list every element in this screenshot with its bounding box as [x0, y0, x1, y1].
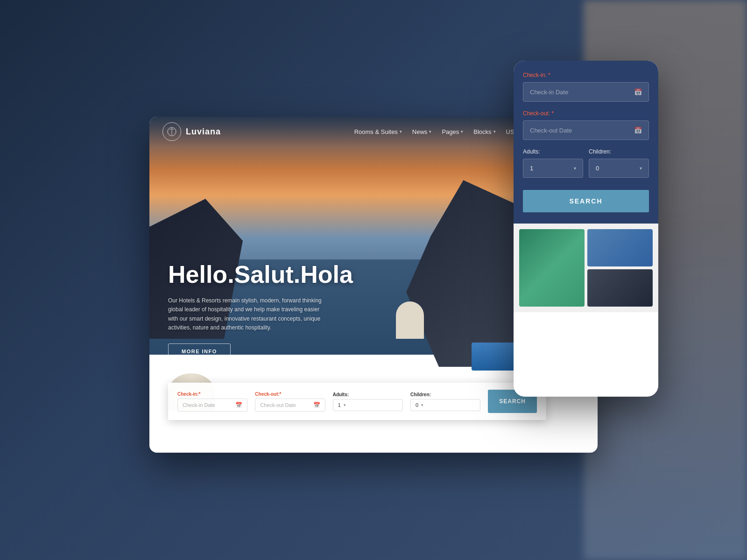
mobile-calendar-icon-1: 📅	[634, 88, 642, 96]
carousel-dot-3[interactable]	[185, 369, 190, 373]
mobile-checkin-input[interactable]: Check-in Date 📅	[523, 82, 649, 102]
hero-content: Hello.Salut.Hola Our Hotels & Resorts re…	[168, 261, 353, 359]
nav-blocks[interactable]: Blocks ▾	[470, 126, 499, 138]
mobile-checkout-label: Check-out: *	[523, 110, 649, 117]
mobile-image-dark	[587, 269, 653, 307]
children-chevron-icon: ▾	[421, 403, 423, 407]
mobile-children-chevron-icon: ▾	[640, 166, 642, 171]
children-label: Children:	[410, 392, 480, 397]
mobile-images-grid	[514, 224, 658, 312]
mobile-children-col: Children: 0 ▾	[589, 148, 649, 178]
logo[interactable]: Luviana	[162, 122, 221, 141]
mobile-checkout-input[interactable]: Check-out Date 📅	[523, 120, 649, 140]
nav-links: Rooms & Suites ▾ News ▾ Pages ▾ Blocks ▾…	[351, 126, 527, 138]
search-bar-desktop: Check-in:* Check-in Date 📅 Check-out:* C…	[168, 383, 546, 420]
mobile-mockup: Check-in: * Check-in Date 📅 Check-out: *…	[514, 61, 658, 397]
carousel-dot-1[interactable]	[168, 369, 173, 373]
mobile-adults-label: Adults:	[523, 148, 583, 155]
adults-field-group: Adults: 1 ▾	[333, 392, 403, 411]
chevron-down-icon: ▾	[429, 129, 431, 134]
arch-building	[396, 301, 424, 339]
checkout-field-group: Check-out:* Check-out Date 📅	[255, 392, 325, 412]
children-field-group: Children: 0 ▾	[410, 392, 480, 411]
hero-title: Hello.Salut.Hola	[168, 261, 353, 288]
checkin-field-group: Check-in:* Check-in Date 📅	[177, 392, 247, 412]
logo-circle	[162, 122, 181, 141]
checkout-placeholder: Check-out Date	[260, 402, 310, 408]
nav-news[interactable]: News ▾	[409, 126, 436, 138]
carousel-dot-5[interactable]	[202, 369, 206, 373]
mobile-checkin-placeholder: Check-in Date	[530, 89, 568, 96]
carousel-dots	[168, 369, 206, 373]
mobile-children-select[interactable]: 0 ▾	[589, 159, 649, 178]
mobile-children-label: Children:	[589, 148, 649, 155]
nav-pages[interactable]: Pages ▾	[438, 126, 467, 138]
adults-value: 1	[338, 402, 341, 408]
mobile-image-aerial	[587, 229, 653, 266]
calendar-icon-2: 📅	[313, 402, 320, 408]
carousel-dot-4[interactable]	[193, 369, 198, 373]
mobile-image-pool	[519, 229, 585, 307]
children-value: 0	[416, 402, 418, 408]
mobile-adults-chevron-icon: ▾	[574, 166, 576, 171]
calendar-icon: 📅	[235, 402, 242, 408]
checkout-label: Check-out:*	[255, 392, 325, 397]
nav-rooms-suites[interactable]: Rooms & Suites ▾	[351, 126, 406, 138]
checkin-label: Check-in:*	[177, 392, 247, 397]
mobile-calendar-icon-2: 📅	[634, 126, 642, 134]
mobile-adults-col: Adults: 1 ▾	[523, 148, 583, 178]
mobile-children-value: 0	[596, 165, 599, 172]
mobile-adults-select[interactable]: 1 ▾	[523, 159, 583, 178]
logo-text: Luviana	[186, 127, 221, 137]
checkout-input[interactable]: Check-out Date 📅	[255, 399, 325, 412]
more-info-button[interactable]: MORE INFO	[168, 343, 231, 359]
checkin-input[interactable]: Check-in Date 📅	[177, 399, 247, 412]
chevron-down-icon: ▾	[400, 129, 402, 134]
checkout-required: *	[280, 392, 282, 397]
adults-chevron-icon: ▾	[344, 403, 346, 407]
mobile-adults-value: 1	[530, 165, 533, 172]
checkin-placeholder: Check-in Date	[183, 402, 233, 408]
adults-label: Adults:	[333, 392, 403, 397]
mobile-adults-children-row: Adults: 1 ▾ Children: 0 ▾	[523, 148, 649, 178]
adults-select[interactable]: 1 ▾	[333, 399, 403, 411]
chevron-down-icon: ▾	[493, 129, 496, 134]
hero-description: Our Hotels & Resorts remain stylish, mod…	[168, 296, 327, 332]
chevron-down-icon: ▾	[461, 129, 463, 134]
children-select[interactable]: 0 ▾	[410, 399, 480, 411]
mobile-search-button[interactable]: SEARCH	[523, 190, 649, 212]
checkin-required: *	[199, 392, 201, 397]
mobile-checkout-placeholder: Check-out Date	[530, 127, 572, 134]
carousel-dot-2[interactable]	[176, 369, 181, 373]
mobile-checkin-label: Check-in: *	[523, 72, 649, 78]
mobile-booking-widget: Check-in: * Check-in Date 📅 Check-out: *…	[514, 61, 658, 224]
